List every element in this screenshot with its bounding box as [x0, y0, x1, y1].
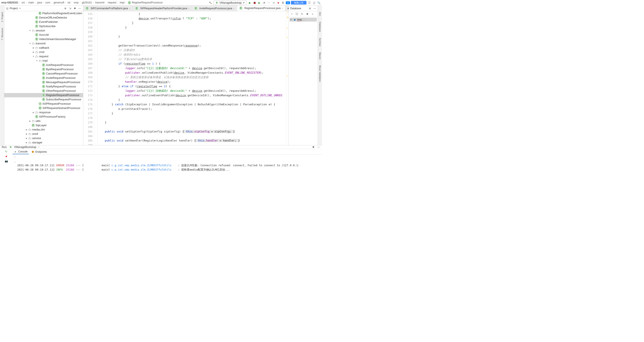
- tree-node[interactable]: CSipSubscribe: [4, 24, 83, 28]
- breadcrumb-segment[interactable]: transmit: [95, 1, 104, 4]
- window-icon[interactable]: ◫: [312, 1, 316, 5]
- console-output[interactable]: 2021-06-28 09:10:17.111 ERROR 25288 --- …: [17, 155, 322, 171]
- tree-node[interactable]: ▶🗀response: [4, 110, 83, 115]
- close-icon[interactable]: ×: [129, 7, 130, 10]
- close-icon[interactable]: ×: [188, 7, 190, 10]
- scroll-up-icon[interactable]: ↑: [13, 156, 16, 159]
- tree-node[interactable]: CSipLayer: [4, 123, 83, 128]
- tree-node[interactable]: IISIPRequestProcessor: [4, 102, 83, 106]
- profile-icon[interactable]: ◔: [262, 1, 266, 5]
- tree-node[interactable]: ▶🗀storager: [4, 140, 83, 145]
- tree-node[interactable]: ▼🗀request: [4, 54, 83, 59]
- more-tabs-icon[interactable]: ▾: [285, 5, 288, 11]
- breadcrumb-segment[interactable]: vmp: [74, 1, 79, 4]
- tree-node[interactable]: CRegisterRequestProcessor: [4, 93, 83, 97]
- tree-node[interactable]: CSubscribeRequestProcessor: [4, 97, 83, 102]
- toolwin-database[interactable]: Database: [319, 22, 321, 32]
- tree-node[interactable]: ▼🗀impl: [4, 59, 83, 63]
- breadcrumb-segment[interactable]: gb28181: [82, 1, 92, 4]
- toolwin-project[interactable]: 1: Project: [1, 12, 4, 22]
- locate-icon[interactable]: ⊕: [64, 7, 67, 10]
- breadcrumb[interactable]: wvp-GB28181 〉src 〉main 〉java 〉com 〉gener…: [1, 1, 163, 4]
- coverage-icon[interactable]: ▶: [257, 1, 261, 5]
- tree-arrow-icon[interactable]: ▶: [25, 140, 28, 145]
- close-icon[interactable]: ×: [282, 7, 283, 9]
- tree-node[interactable]: CMessageRequestProcessor: [4, 80, 83, 84]
- gear-icon[interactable]: ✱: [73, 7, 76, 10]
- tree-arrow-icon[interactable]: ▼: [28, 41, 32, 46]
- close-icon[interactable]: ×: [233, 7, 234, 10]
- editor-tab[interactable]: CRegisterRequestProcessor.java×: [237, 5, 286, 11]
- close-icon[interactable]: ×: [38, 146, 40, 149]
- stop-icon[interactable]: ■: [276, 1, 280, 5]
- breadcrumb-segment[interactable]: request: [108, 1, 116, 4]
- breadcrumb-segment[interactable]: wvp-GB28181: [1, 1, 18, 4]
- tree-arrow-icon[interactable]: ▶: [25, 132, 28, 136]
- db-hide-icon[interactable]: —: [313, 7, 316, 10]
- tree-node[interactable]: CCancelRequestProcessor: [4, 71, 83, 76]
- tree-node[interactable]: COtherRequestProcessor: [4, 89, 83, 93]
- share-badge[interactable]: ∞: [286, 1, 290, 4]
- toolwin-bean-validation[interactable]: Bean Validation: [319, 65, 321, 82]
- hide-icon[interactable]: —: [78, 7, 81, 10]
- db-more-icon[interactable]: »: [311, 12, 314, 16]
- debug-icon[interactable]: 🐞: [252, 1, 256, 5]
- breadcrumb-segment[interactable]: iot: [68, 1, 70, 4]
- tree-arrow-icon[interactable]: ▶: [28, 119, 32, 123]
- project-tree[interactable]: CPlatformNotRegisterEventListenCDeviceOf…: [4, 11, 83, 145]
- tree-arrow-icon[interactable]: ▶: [25, 136, 28, 140]
- tree-arrow-icon[interactable]: ▶: [32, 110, 35, 115]
- hide-icon[interactable]: —: [317, 145, 320, 149]
- tree-node[interactable]: ▼🗀session: [4, 28, 83, 33]
- scroll-down-icon[interactable]: ↓: [13, 160, 16, 164]
- breadcrumb-segment[interactable]: com: [45, 1, 50, 4]
- tree-node[interactable]: CNotifyRequestProcessor: [4, 84, 83, 89]
- tree-node[interactable]: CEventPublisher: [4, 20, 83, 24]
- tree-node[interactable]: CVideoStreamSessionManager: [4, 37, 83, 41]
- tree-node[interactable]: CDeviceOffLineDetector: [4, 15, 83, 20]
- search-icon[interactable]: 🔍: [317, 1, 321, 5]
- breadcrumb-segment[interactable]: impl: [120, 1, 124, 4]
- tree-node[interactable]: ▶🗀cmd: [4, 50, 83, 54]
- camera-icon[interactable]: 📷: [4, 159, 8, 163]
- gear-icon[interactable]: ✱: [312, 145, 315, 149]
- tree-node[interactable]: ▶🗀onvif: [4, 132, 83, 136]
- tree-arrow-icon[interactable]: ▼: [28, 28, 32, 33]
- breadcrumb-segment[interactable]: genersoft: [54, 1, 64, 4]
- tree-node[interactable]: ▼🗀transmit: [4, 41, 83, 46]
- db-refresh-icon[interactable]: ↻: [300, 12, 304, 16]
- breadcrumb-segment[interactable]: java: [37, 1, 42, 4]
- attach-icon[interactable]: ⋯: [267, 1, 271, 5]
- tree-node[interactable]: ▶🗀media.zlm: [4, 128, 83, 132]
- rerun-icon[interactable]: ↻: [4, 150, 8, 153]
- tree-arrow-icon[interactable]: ▼: [35, 59, 38, 63]
- stop-icon[interactable]: ■: [4, 155, 8, 158]
- git-icon[interactable]: G: [281, 1, 285, 5]
- tree-node[interactable]: CSsrcUtil: [4, 33, 83, 37]
- editor-tab[interactable]: CSIPRequestHeaderPlarformProvider.java×: [133, 5, 192, 11]
- db-gear-icon[interactable]: ⊕: [308, 7, 312, 10]
- tree-node[interactable]: CByeRequestProcessor: [4, 67, 83, 71]
- step-icon[interactable]: ⇥: [272, 1, 276, 5]
- expand-icon[interactable]: ⇲: [68, 7, 72, 10]
- breadcrumb-segment[interactable]: RegisterRequestProcessor: [132, 1, 162, 4]
- breadcrumb-segment[interactable]: main: [28, 1, 34, 4]
- tree-node[interactable]: CSIPRequestAbstractProcessor: [4, 106, 83, 110]
- error-stripe[interactable]: [286, 11, 288, 145]
- tree-arrow-icon[interactable]: ▶: [32, 50, 35, 54]
- structure-icon[interactable]: ⿲: [307, 1, 311, 5]
- project-view-chevron[interactable]: ▤: [6, 7, 8, 10]
- upload-button[interactable]: 拖拽上传: [291, 1, 306, 4]
- project-view-title[interactable]: Project: [10, 7, 18, 10]
- datasource-item[interactable]: ▶ ◆ wvp …: [290, 18, 317, 21]
- toolwin-ant[interactable]: Ant: [319, 12, 321, 16]
- fold-gutter[interactable]: [94, 11, 98, 145]
- tree-arrow-icon[interactable]: ▶: [32, 46, 35, 50]
- tab-console[interactable]: ▸ Console: [12, 150, 29, 154]
- toolwin-sciview[interactable]: SciView: [319, 38, 321, 46]
- tree-arrow-icon[interactable]: ▶: [25, 128, 28, 132]
- build-icon[interactable]: 🔨: [208, 1, 212, 5]
- tab-endpoints[interactable]: ⬢ Endpoints: [30, 150, 48, 154]
- toolwin-structure[interactable]: 7: Structure: [1, 28, 4, 40]
- tree-node[interactable]: CInviteRequestProcessor: [4, 76, 83, 80]
